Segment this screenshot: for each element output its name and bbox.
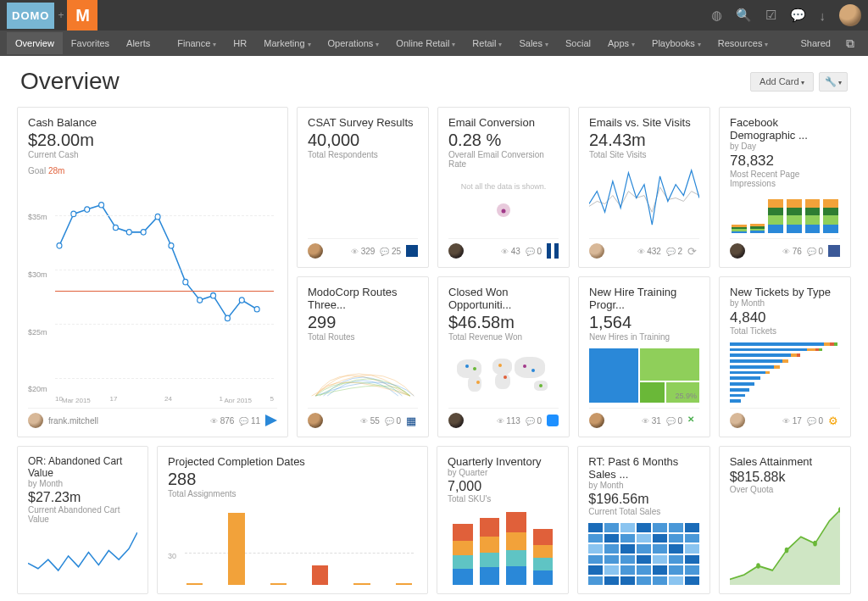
svg-point-17 bbox=[784, 548, 788, 554]
svg-point-16 bbox=[756, 563, 760, 569]
card-title: Closed Won Opportuniti... bbox=[448, 286, 559, 311]
nav-social[interactable]: Social bbox=[557, 32, 599, 54]
card-projected-completion[interactable]: Projected Completion Dates 288 Total Ass… bbox=[157, 446, 428, 594]
card-value: $46.58m bbox=[448, 313, 559, 332]
card-title: Cash Balance bbox=[28, 116, 277, 129]
card-title: Sales Attainment bbox=[730, 455, 840, 468]
source-icon[interactable] bbox=[406, 415, 418, 426]
avatar[interactable] bbox=[28, 413, 43, 428]
globe-icon[interactable]: ◍ bbox=[711, 8, 722, 23]
avatar[interactable] bbox=[730, 243, 745, 259]
chat-icon[interactable]: 💬 bbox=[790, 8, 806, 23]
nav-marketing[interactable]: Marketing bbox=[255, 32, 319, 54]
nav-overview[interactable]: Overview bbox=[7, 32, 63, 54]
card-title: CSAT Survey Results bbox=[308, 116, 418, 129]
nav-favorites[interactable]: Favorites bbox=[63, 32, 118, 54]
card-fb-demographic[interactable]: Facebook Demographic ... by Day 78,832 M… bbox=[719, 107, 851, 268]
card-cash-balance[interactable]: Cash Balance $28.00m Current Cash Goal 2… bbox=[17, 107, 288, 437]
facebook-icon[interactable] bbox=[828, 245, 840, 257]
avatar[interactable] bbox=[308, 243, 323, 259]
card-source-icon[interactable] bbox=[265, 415, 277, 426]
card-sub: Total Assignments bbox=[168, 489, 417, 498]
card-value: $27.23m bbox=[28, 490, 137, 505]
card-email-conversion[interactable]: Email Conversion 0.28 % Overall Email Co… bbox=[437, 107, 570, 268]
card-sub: Total Routes bbox=[308, 332, 418, 342]
svg-point-6 bbox=[141, 230, 146, 235]
card-emails-vs-visits[interactable]: Emails vs. Site Visits 24.43m Total Site… bbox=[578, 107, 710, 268]
download-icon[interactable]: ↓ bbox=[820, 8, 826, 23]
nav-sales[interactable]: Sales bbox=[510, 32, 557, 54]
card-rt-sales[interactable]: RT: Past 6 Months Sales ... by Month $19… bbox=[577, 446, 709, 594]
page-settings-button[interactable]: 🔧 bbox=[819, 72, 848, 92]
salesforce-icon[interactable] bbox=[547, 415, 559, 426]
nav-online-retail[interactable]: Online Retail bbox=[387, 32, 464, 54]
card-title: New Hire Training Progr... bbox=[589, 286, 699, 311]
card-abandoned-cart[interactable]: OR: Abandoned Cart Value by Month $27.23… bbox=[17, 446, 148, 594]
card-sales-attainment[interactable]: Sales Attainment $815.88k Over Quota bbox=[719, 446, 851, 594]
nav-resources[interactable]: Resources bbox=[709, 32, 777, 54]
card-sub: Overall Email Conversion Rate bbox=[448, 150, 559, 169]
refresh-icon[interactable] bbox=[687, 245, 699, 257]
nav-operations[interactable]: Operations bbox=[320, 32, 388, 54]
card-csat[interactable]: CSAT Survey Results 40,000 Total Respond… bbox=[297, 107, 429, 268]
card-sub: Total Site Visits bbox=[589, 150, 699, 159]
avatar[interactable] bbox=[589, 413, 604, 428]
linkedin-icon[interactable] bbox=[406, 245, 418, 257]
card-value: 78,832 bbox=[730, 153, 840, 170]
card-sub: Total Respondents bbox=[308, 150, 418, 159]
gear-icon[interactable] bbox=[828, 415, 840, 426]
card-sub: Current Cash bbox=[28, 150, 277, 159]
nav-hr[interactable]: HR bbox=[225, 32, 255, 54]
card-inventory[interactable]: Quarterly Inventory by Quarter 7,000 Tot… bbox=[437, 446, 569, 594]
card-value: 1,564 bbox=[589, 313, 699, 332]
svg-point-8 bbox=[169, 243, 174, 248]
card-value: 0.28 % bbox=[448, 131, 559, 150]
card-tickets[interactable]: New Tickets by Type by Month 4,840 Total… bbox=[719, 276, 851, 437]
card-new-hire[interactable]: New Hire Training Progr... 1,564 New Hir… bbox=[578, 276, 710, 437]
avatar[interactable] bbox=[448, 413, 464, 428]
card-title: Facebook Demographic ... bbox=[730, 116, 840, 142]
add-card-button[interactable]: Add Card bbox=[750, 72, 814, 92]
chart-treemap: 25.9% bbox=[589, 348, 699, 403]
card-routes[interactable]: ModoCorp Routes Three... 299 Total Route… bbox=[297, 276, 429, 437]
card-by: by Month bbox=[588, 481, 698, 490]
nav-shared[interactable]: Shared bbox=[793, 32, 839, 54]
checkbox-icon[interactable]: ☑ bbox=[765, 8, 776, 23]
nav-playbooks[interactable]: Playbooks bbox=[643, 32, 709, 54]
card-value: $196.56m bbox=[588, 492, 698, 507]
avatar[interactable] bbox=[730, 413, 745, 428]
logo-domo[interactable]: DOMO bbox=[7, 3, 54, 29]
views-icon: 876 bbox=[210, 416, 234, 426]
source-icon[interactable] bbox=[687, 415, 699, 426]
chart-abandoned bbox=[28, 531, 137, 585]
svg-point-10 bbox=[198, 298, 203, 303]
card-value: 40,000 bbox=[308, 131, 418, 150]
avatar[interactable] bbox=[589, 243, 604, 259]
nav-apps[interactable]: Apps bbox=[599, 32, 643, 54]
card-by: by Month bbox=[28, 479, 137, 488]
svg-point-4 bbox=[113, 225, 118, 230]
nav-finance[interactable]: Finance bbox=[169, 32, 225, 54]
card-title: Emails vs. Site Visits bbox=[589, 116, 699, 129]
user-avatar[interactable] bbox=[839, 4, 861, 26]
nav-retail[interactable]: Retail bbox=[464, 32, 510, 54]
card-sub: New Hires in Training bbox=[589, 332, 699, 342]
logo-partner[interactable]: M bbox=[67, 0, 97, 31]
source-icon[interactable] bbox=[547, 243, 559, 259]
search-icon[interactable]: 🔍 bbox=[736, 8, 752, 23]
avatar[interactable] bbox=[448, 243, 464, 259]
chart-projected: 30 bbox=[168, 505, 417, 585]
svg-point-9 bbox=[183, 279, 188, 284]
card-value: 7,000 bbox=[448, 479, 558, 494]
svg-point-13 bbox=[239, 298, 244, 303]
card-closed-won[interactable]: Closed Won Opportuniti... $46.58m Total … bbox=[437, 276, 570, 437]
svg-point-11 bbox=[211, 292, 216, 298]
svg-point-3 bbox=[99, 203, 104, 208]
nav-alerts[interactable]: Alerts bbox=[118, 32, 159, 54]
card-value: $815.88k bbox=[730, 470, 840, 485]
avatar[interactable] bbox=[308, 413, 323, 428]
nav-expand-icon[interactable]: ⧉ bbox=[839, 36, 861, 51]
svg-point-18 bbox=[813, 541, 817, 547]
card-title: OR: Abandoned Cart Value bbox=[28, 455, 137, 479]
card-value: 299 bbox=[308, 313, 418, 332]
